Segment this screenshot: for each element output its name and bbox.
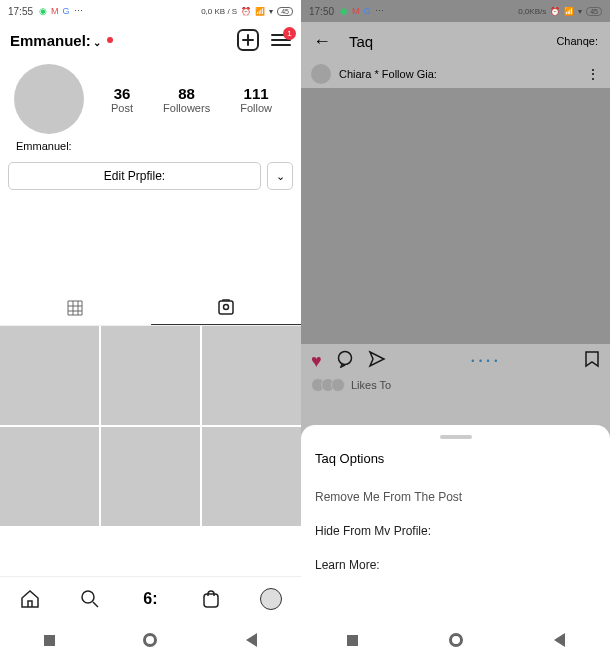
profile-summary: 36 Post 88 Followers 111 Follow bbox=[0, 58, 301, 138]
profile-header: Emmanuel:⌄ 1 bbox=[0, 22, 301, 58]
plus-icon bbox=[242, 34, 254, 46]
system-nav bbox=[301, 620, 610, 660]
wifi-icon: ▾ bbox=[578, 7, 582, 16]
nav-profile[interactable] bbox=[260, 588, 282, 610]
more-icon: ⋯ bbox=[375, 6, 384, 16]
menu-button[interactable]: 1 bbox=[271, 34, 291, 46]
search-icon bbox=[79, 588, 101, 610]
svg-point-1 bbox=[223, 305, 228, 310]
battery-icon: 45 bbox=[586, 7, 602, 16]
username-switcher[interactable]: Emmanuel:⌄ bbox=[10, 32, 101, 49]
nav-shop[interactable] bbox=[200, 588, 222, 610]
whatsapp-icon: ◉ bbox=[340, 6, 348, 16]
system-nav bbox=[0, 620, 301, 660]
gmail-icon: M bbox=[51, 6, 59, 16]
stat-following[interactable]: 111 Follow bbox=[240, 85, 272, 114]
gmail-icon: M bbox=[352, 6, 360, 16]
home-button[interactable] bbox=[449, 633, 463, 647]
data-rate: 0,0 KB / S bbox=[201, 7, 237, 16]
svg-point-2 bbox=[82, 591, 94, 603]
option-learn-more[interactable]: Learn More: bbox=[315, 548, 596, 582]
suggestions-toggle-button[interactable]: ⌄ bbox=[267, 162, 293, 190]
stat-followers[interactable]: 88 Followers bbox=[163, 85, 210, 114]
status-time: 17:50 bbox=[309, 6, 334, 17]
back-button[interactable] bbox=[554, 633, 565, 647]
status-bar: 17:55 ◉ M G ⋯ 0,0 KB / S ⏰ 📶 ▾ 45 bbox=[0, 0, 301, 22]
signal-icon: 📶 bbox=[255, 7, 265, 16]
tab-grid[interactable] bbox=[0, 290, 151, 325]
back-button[interactable] bbox=[246, 633, 257, 647]
data-rate: 0,0KB/s bbox=[518, 7, 546, 16]
tagged-icon bbox=[217, 298, 235, 316]
display-name: Emmanuel: bbox=[0, 138, 301, 162]
google-icon: G bbox=[364, 6, 371, 16]
post-thumbnail[interactable] bbox=[101, 326, 200, 425]
status-time: 17:55 bbox=[8, 6, 33, 17]
more-icon: ⋯ bbox=[74, 6, 83, 16]
grid-icon bbox=[67, 300, 83, 316]
avatar[interactable] bbox=[14, 64, 84, 134]
post-thumbnail[interactable] bbox=[202, 326, 301, 425]
option-remove-from-post[interactable]: Remove Me From The Post bbox=[315, 480, 596, 514]
svg-rect-3 bbox=[204, 594, 218, 607]
alarm-icon: ⏰ bbox=[241, 7, 251, 16]
recents-button[interactable] bbox=[44, 635, 55, 646]
sheet-title: Taq Options bbox=[315, 451, 596, 466]
notification-dot-icon bbox=[107, 37, 113, 43]
nav-home[interactable] bbox=[19, 588, 41, 610]
edit-profile-button[interactable]: Edit Prpfile: bbox=[8, 162, 261, 190]
posts-grid bbox=[0, 326, 301, 526]
recents-button[interactable] bbox=[347, 635, 358, 646]
battery-icon: 45 bbox=[277, 7, 293, 16]
tab-tagged[interactable] bbox=[151, 290, 302, 325]
status-bar: 17:50 ◉ M G ⋯ 0,0KB/s ⏰ 📶 ▾ 45 bbox=[301, 0, 610, 22]
shop-icon bbox=[201, 589, 221, 609]
sheet-handle[interactable] bbox=[440, 435, 472, 439]
option-hide-from-profile[interactable]: Hide From Mv Profile: bbox=[315, 514, 596, 548]
whatsapp-icon: ◉ bbox=[39, 6, 47, 16]
post-thumbnail[interactable] bbox=[0, 427, 99, 526]
google-icon: G bbox=[63, 6, 70, 16]
nav-search[interactable] bbox=[79, 588, 101, 610]
stat-posts[interactable]: 36 Post bbox=[111, 85, 133, 114]
post-thumbnail[interactable] bbox=[0, 326, 99, 425]
create-post-button[interactable] bbox=[237, 29, 259, 51]
alarm-icon: ⏰ bbox=[550, 7, 560, 16]
home-icon bbox=[19, 588, 41, 610]
svg-rect-0 bbox=[219, 301, 233, 314]
home-button[interactable] bbox=[143, 633, 157, 647]
bottom-nav: 6: bbox=[0, 576, 301, 620]
menu-badge: 1 bbox=[283, 27, 296, 40]
nav-reels[interactable]: 6: bbox=[139, 588, 161, 610]
post-thumbnail[interactable] bbox=[101, 427, 200, 526]
signal-icon: 📶 bbox=[564, 7, 574, 16]
wifi-icon: ▾ bbox=[269, 7, 273, 16]
post-thumbnail[interactable] bbox=[202, 427, 301, 526]
modal-scrim[interactable] bbox=[301, 0, 610, 463]
tag-options-sheet: Taq Options Remove Me From The Post Hide… bbox=[301, 425, 610, 620]
